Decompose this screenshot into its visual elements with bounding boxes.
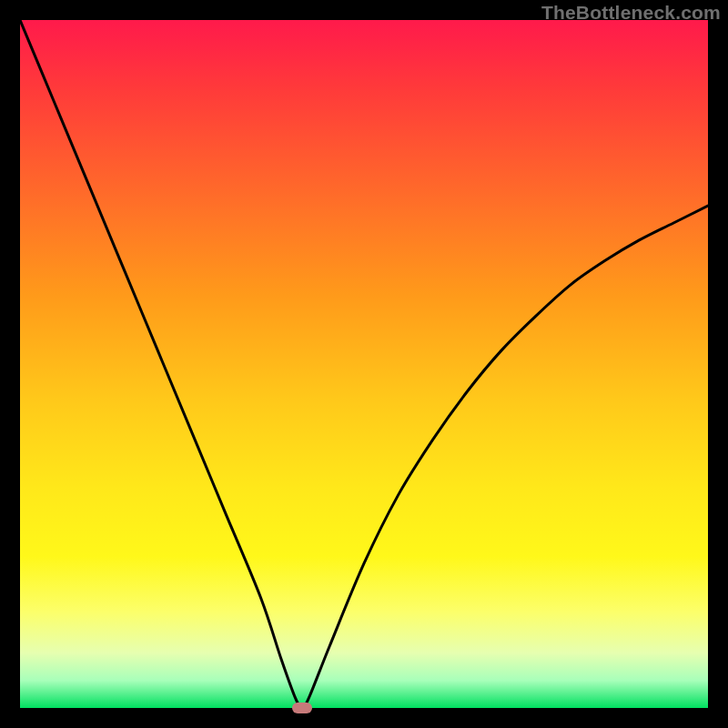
curve-svg	[20, 20, 708, 708]
bottleneck-curve	[20, 20, 708, 708]
optimum-marker	[292, 703, 312, 713]
chart-frame: TheBottleneck.com	[0, 0, 728, 728]
plot-area	[20, 20, 708, 708]
